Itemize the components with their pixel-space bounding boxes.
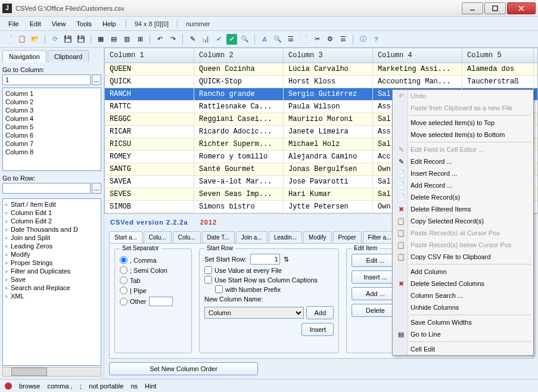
context-menu-item[interactable]: Unhide Columns xyxy=(393,301,533,313)
column-list-item[interactable]: Column 4 xyxy=(4,114,99,123)
table-cell[interactable]: Rancho grande xyxy=(194,88,284,100)
list-icon[interactable]: ☰ xyxy=(285,34,296,45)
context-menu-item[interactable]: Delete Selected Columns✖ xyxy=(393,278,533,290)
redo-icon[interactable]: ↷ xyxy=(167,34,178,45)
table-cell[interactable]: Jonas Bergulfsen xyxy=(284,163,373,175)
validate-icon[interactable]: ✔ xyxy=(226,34,237,45)
minimize-button[interactable] xyxy=(462,2,483,14)
zoom-icon[interactable]: 🔍 xyxy=(272,34,283,45)
row-icon[interactable]: ▤ xyxy=(108,34,119,45)
tools-icon[interactable]: ✂ xyxy=(312,34,322,45)
table-cell[interactable]: SEVES xyxy=(105,188,194,200)
table-cell[interactable]: QUICK-Stop xyxy=(194,76,284,88)
table-cell[interactable]: Paula Wilson xyxy=(284,101,373,113)
column-list-item[interactable]: Column 1 xyxy=(4,89,99,98)
binoculars-icon[interactable]: 🔍 xyxy=(240,34,250,45)
tab-navigation[interactable]: Navigation xyxy=(2,50,46,63)
context-menu-item[interactable]: Copy Selected Record(s)📋 xyxy=(393,215,533,227)
bottom-tab[interactable]: Colu... xyxy=(173,231,201,243)
new-icon[interactable]: 📄 xyxy=(4,34,14,45)
column-list-item[interactable]: Column 7 xyxy=(4,139,99,148)
menu-tools[interactable]: Tools xyxy=(71,18,97,29)
number-prefix-checkbox[interactable] xyxy=(215,285,223,293)
copy-icon[interactable]: 📋 xyxy=(17,34,27,45)
context-menu-item[interactable]: Cell Edit xyxy=(393,343,533,355)
check-icon[interactable]: ✔ xyxy=(213,34,224,45)
tree-item[interactable]: Start / Item Edit xyxy=(4,200,99,209)
table-cell[interactable]: QUICK xyxy=(105,76,194,88)
tree-item[interactable]: Column Edit 1 xyxy=(4,209,99,217)
grid-icon[interactable]: ▦ xyxy=(95,34,106,45)
column-header[interactable]: Column 1 xyxy=(105,48,194,63)
table-cell[interactable]: Save-a-lot Mar... xyxy=(194,176,284,188)
table-cell[interactable]: Horst Kloss xyxy=(284,76,373,88)
chart-icon[interactable]: 📊 xyxy=(200,34,211,45)
table-cell[interactable]: Michael Holz xyxy=(284,138,373,150)
separator-radio[interactable] xyxy=(120,266,127,274)
context-menu-item[interactable]: Delete Filtered Items✖ xyxy=(393,203,533,215)
table-cell[interactable]: Alameda dos xyxy=(462,63,534,75)
undo-icon[interactable]: ↶ xyxy=(154,34,165,45)
tree-item[interactable]: Column Edit 2 xyxy=(4,217,99,225)
column-name-select[interactable]: Column xyxy=(204,307,304,319)
table-cell[interactable]: Santé Gourmet xyxy=(194,163,284,175)
font-icon[interactable]: A xyxy=(259,34,270,45)
bars-icon[interactable]: ☰ xyxy=(338,34,349,45)
context-menu-item[interactable]: Delete Record(s)📄 xyxy=(393,191,533,203)
use-caption-checkbox[interactable] xyxy=(204,276,212,284)
table-icon[interactable]: ⊞ xyxy=(135,34,145,45)
doc-icon[interactable]: 📄 xyxy=(298,34,309,45)
table-cell[interactable]: Ricardo Adocic... xyxy=(194,126,284,138)
tree-item[interactable]: Date Thousands and D xyxy=(4,225,99,234)
table-row[interactable]: QUEENQueen CozinhaLúcia CarvalhoMarketin… xyxy=(105,63,537,76)
column-list-item[interactable]: Column 3 xyxy=(4,106,99,114)
gear-icon[interactable]: ⚙ xyxy=(325,34,335,45)
table-cell[interactable]: RANCH xyxy=(105,88,194,100)
table-cell[interactable]: QUEEN xyxy=(105,63,194,75)
table-row[interactable]: QUICKQUICK-StopHorst KlossAccounting Man… xyxy=(105,76,537,88)
refresh-icon[interactable]: ⟳ xyxy=(49,34,60,45)
insert-column-button[interactable]: Insert xyxy=(301,323,334,336)
bottom-tab[interactable]: Filter a... xyxy=(363,231,397,243)
context-menu-item[interactable]: Add Record ...📄 xyxy=(393,179,533,191)
table-cell[interactable]: SANTG xyxy=(105,163,194,175)
column-header[interactable]: Column 5 xyxy=(462,48,534,63)
table-cell[interactable]: Maurizio Moroni xyxy=(284,113,373,125)
column-header[interactable]: Column 4 xyxy=(373,48,462,63)
use-value-checkbox[interactable] xyxy=(204,266,212,274)
table-cell[interactable]: Sergio Gutiérrez xyxy=(284,88,373,100)
table-cell[interactable]: Alejandra Camino xyxy=(284,151,373,163)
spinner-icon[interactable]: ⇅ xyxy=(284,256,289,263)
table-cell[interactable]: Richter Superm... xyxy=(194,138,284,150)
goto-column-input[interactable] xyxy=(2,74,91,85)
menu-help[interactable]: Help xyxy=(98,18,121,29)
table-cell[interactable]: Queen Cozinha xyxy=(194,63,284,75)
context-menu-item[interactable]: Move selected Item(s) to Top xyxy=(393,117,533,129)
tree-item[interactable]: XML xyxy=(4,292,99,300)
table-cell[interactable]: ROMEY xyxy=(105,151,194,163)
column-list-item[interactable]: Column 2 xyxy=(4,98,99,106)
set-column-order-button[interactable]: Set New Column Order xyxy=(109,362,258,375)
table-cell[interactable]: Romero y tomillo xyxy=(194,151,284,163)
tab-clipboard[interactable]: Clipboard xyxy=(48,50,89,63)
bottom-tab[interactable]: Date T... xyxy=(202,231,235,243)
context-menu-item[interactable]: Add Column xyxy=(393,266,533,278)
table-cell[interactable]: RICSU xyxy=(105,138,194,150)
goto-row-button[interactable]: ... xyxy=(92,183,101,194)
bottom-tab[interactable]: Colu... xyxy=(144,231,172,243)
column-list-item[interactable]: Column 5 xyxy=(4,123,99,131)
table-cell[interactable]: Rattlesnake Ca... xyxy=(194,101,284,113)
context-menu-item[interactable]: Go to Line▤ xyxy=(393,328,533,340)
tree-item[interactable]: Join and Split xyxy=(4,234,99,242)
bottom-tab[interactable]: Join a... xyxy=(236,231,268,243)
menu-edit[interactable]: Edit xyxy=(25,18,46,29)
tree-item[interactable]: Modify xyxy=(4,250,99,259)
table-cell[interactable]: Jose Pavarotti xyxy=(284,176,373,188)
goto-row-input[interactable] xyxy=(2,183,91,194)
bottom-tab[interactable]: Modify xyxy=(303,231,331,243)
action-tree[interactable]: Start / Item EditColumn Edit 1Column Edi… xyxy=(2,198,101,366)
context-menu-item[interactable]: Copy CSV File to Clipboard📋 xyxy=(393,251,533,263)
context-menu-item[interactable]: Insert Record ...📄 xyxy=(393,167,533,179)
bottom-tab[interactable]: Proper xyxy=(333,231,362,243)
table-cell[interactable]: RICAR xyxy=(105,126,194,138)
